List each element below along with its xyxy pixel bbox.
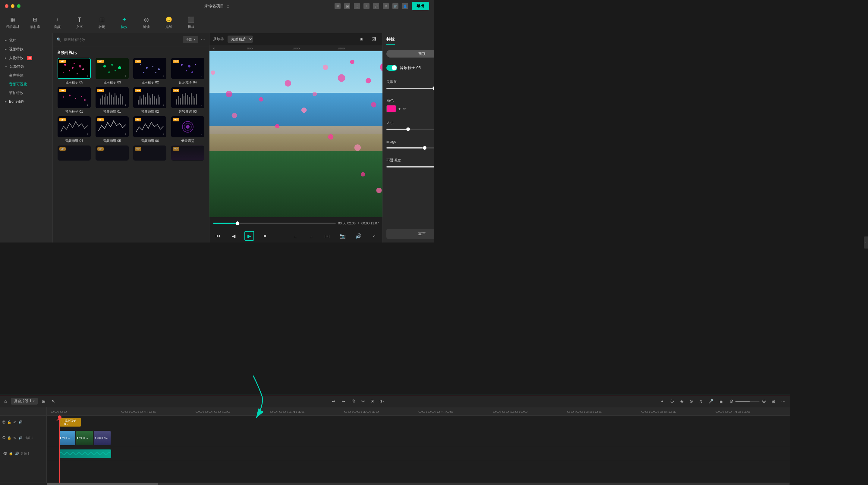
toolbar-library[interactable]: ⊞ 素材库 — [28, 16, 41, 29]
sidebar-item-beat-effects[interactable]: 节拍特效 — [0, 89, 53, 97]
progress-bar[interactable] — [213, 223, 336, 224]
sidebar-item-video-effects[interactable]: ▶ 视频特效 — [0, 45, 53, 54]
minimize-button[interactable] — [11, 4, 14, 8]
icon-2[interactable]: ▣ — [344, 3, 350, 9]
effect-item-more-4[interactable]: VIP — [170, 146, 206, 161]
toolbar-text[interactable]: T 文字 — [73, 16, 86, 29]
image-view-button[interactable]: 🖼 — [369, 34, 379, 44]
toolbar-audio[interactable]: ♪ 音频 — [51, 16, 64, 29]
sensitivity-slider-track[interactable] — [386, 88, 434, 89]
svg-point-23 — [181, 64, 183, 66]
search-input[interactable] — [64, 38, 180, 42]
fullscreen-button[interactable]: ⤢ — [369, 231, 379, 241]
transition-icon: ◫ — [98, 16, 106, 24]
icon-5[interactable]: 🎧 — [373, 3, 379, 9]
main-area: ▶ 我的 ▶ 视频特效 ▶ 人物特效 新 ▼ 音频特效 变声特效 音频可视化 节… — [0, 33, 434, 243]
reset-button[interactable]: 重置 — [386, 229, 434, 239]
effects-icon: ✦ — [120, 16, 128, 24]
effect-name-5: 音乐粒子 01 — [65, 109, 83, 114]
prev-frame-button[interactable]: ⏮ — [213, 231, 223, 241]
svg-point-33 — [84, 99, 86, 101]
size-slider-track[interactable] — [386, 129, 434, 130]
opacity-slider-track[interactable] — [386, 166, 434, 167]
sidebar-item-audio-effects[interactable]: ▼ 音频特效 — [0, 62, 53, 71]
svg-point-93 — [323, 64, 328, 70]
color-swatch[interactable] — [386, 105, 396, 112]
effect-item-more-2[interactable]: VIP — [94, 146, 130, 161]
stop-button[interactable]: ■ — [260, 231, 270, 241]
svg-text:1000: 1000 — [292, 47, 300, 50]
video-preview — [210, 51, 382, 217]
svg-text:0: 0 — [213, 47, 215, 50]
image-slider-track[interactable] — [386, 147, 434, 149]
effect-item-9[interactable]: VIP ↓ 音频频谱 04 — [56, 116, 92, 143]
filter-button[interactable]: 全部 ▾ — [183, 36, 198, 43]
svg-rect-66 — [182, 94, 183, 104]
my-assets-icon: ▦ — [9, 16, 17, 24]
effect-item-2[interactable]: VIP ↓ 音乐粒子 03 — [94, 58, 130, 85]
effect-item-3[interactable]: VIP ↓ 音乐粒子 02 — [132, 58, 168, 85]
effect-item-more-3[interactable]: VIP — [132, 146, 168, 161]
export-button[interactable]: 导出 — [412, 2, 429, 10]
param-size-label: 大小 ◇ — [386, 120, 434, 125]
icon-6[interactable]: ⊞ — [383, 3, 389, 9]
maximize-button[interactable] — [17, 4, 21, 8]
close-button[interactable] — [5, 4, 8, 8]
arrow-icon: ▶ — [5, 57, 7, 59]
effect-item-12[interactable]: VIP ↓ 低音震荡 — [170, 116, 206, 143]
video-background — [210, 51, 382, 217]
mark-in-button[interactable]: ⌞ — [291, 231, 301, 241]
effect-item-7[interactable]: VIP ↓ 音频频谱 02 — [132, 87, 168, 114]
audio-button[interactable]: 🔊 — [353, 231, 363, 241]
color-dropdown-button[interactable]: ▾ — [398, 106, 401, 111]
effect-item-11[interactable]: VIP ↓ 音频频谱 06 — [132, 116, 168, 143]
mark-out-button[interactable]: ⌟ — [307, 231, 316, 241]
icon-4[interactable]: ↑ — [364, 3, 370, 9]
grid-view-button[interactable]: ⊞ — [356, 34, 366, 44]
effect-item-6[interactable]: VIP ↓ 音频频谱 01 — [94, 87, 130, 114]
effect-item-10[interactable]: VIP ↓ 音频频谱 05 — [94, 116, 130, 143]
effect-item-8[interactable]: VIP ↓ 音频频谱 03 — [170, 87, 206, 114]
toolbar-filters[interactable]: ◎ 滤镜 — [140, 16, 153, 29]
toolbar-stickers[interactable]: 😊 贴纸 — [162, 16, 176, 29]
time-separator: / — [358, 221, 359, 225]
play-prev-button[interactable]: ◀ — [229, 231, 239, 241]
quality-select[interactable]: 完整画质 — [227, 36, 253, 43]
param-sensitivity-label: 灵敏度 ◇ — [386, 79, 434, 84]
effect-item-5[interactable]: VIP ↓ 音乐粒子 01 — [56, 87, 92, 114]
fit-button[interactable]: |↔| — [322, 231, 332, 241]
svg-rect-64 — [178, 96, 179, 104]
more-options-button[interactable]: ⋯ — [201, 37, 206, 42]
vip-badge-5: VIP — [59, 89, 66, 92]
icon-1[interactable]: ⊞ — [335, 3, 341, 9]
filters-icon: ◎ — [143, 16, 150, 24]
sensitivity-slider-row: 0.85 — [386, 86, 434, 90]
effect-thumb-12: VIP ↓ — [171, 116, 204, 137]
toolbar-my-assets[interactable]: ▦ 我的素材 — [6, 16, 19, 29]
preview-controls-left: 播放器 完整画质 — [213, 36, 253, 43]
color-picker-button[interactable]: ✏ — [403, 106, 407, 111]
icon-3[interactable]: ⬚ — [354, 3, 360, 9]
icon-8[interactable]: 👤 — [402, 3, 408, 9]
play-button[interactable]: ▶ — [244, 231, 254, 241]
toolbar-effects[interactable]: ✦ 特效 — [118, 16, 131, 29]
toggle-knob — [392, 65, 397, 70]
sub-tab-video[interactable]: 视频 — [386, 50, 434, 58]
sidebar-item-character-effects[interactable]: ▶ 人物特效 新 — [0, 54, 53, 62]
effect-item-4[interactable]: VIP ↓ 音乐粒子 04 — [170, 58, 206, 85]
sidebar-item-audio-visual[interactable]: 音频可视化 — [0, 80, 53, 89]
svg-rect-41 — [111, 95, 112, 104]
toolbar-transition[interactable]: ◫ 转场 — [95, 16, 108, 29]
sidebar-item-voice-change[interactable]: 变声特效 — [0, 71, 53, 80]
svg-point-96 — [313, 92, 317, 96]
effect-toggle-switch[interactable] — [386, 65, 397, 71]
icon-7[interactable]: 🛒 — [393, 3, 398, 9]
effect-item-1[interactable]: VIP ↓ 音乐粒子 05 — [56, 58, 92, 85]
status-icon: ⊙ — [226, 4, 230, 8]
effect-item-more-1[interactable]: VIP — [56, 146, 92, 161]
toolbar-templates[interactable]: ⬛ 模板 — [184, 16, 198, 29]
svg-rect-67 — [184, 96, 184, 104]
sidebar-item-mine[interactable]: ▶ 我的 — [0, 36, 53, 45]
screenshot-button[interactable]: 📷 — [338, 231, 347, 241]
sidebar-item-boris[interactable]: ▶ Boris插件 — [0, 97, 53, 106]
